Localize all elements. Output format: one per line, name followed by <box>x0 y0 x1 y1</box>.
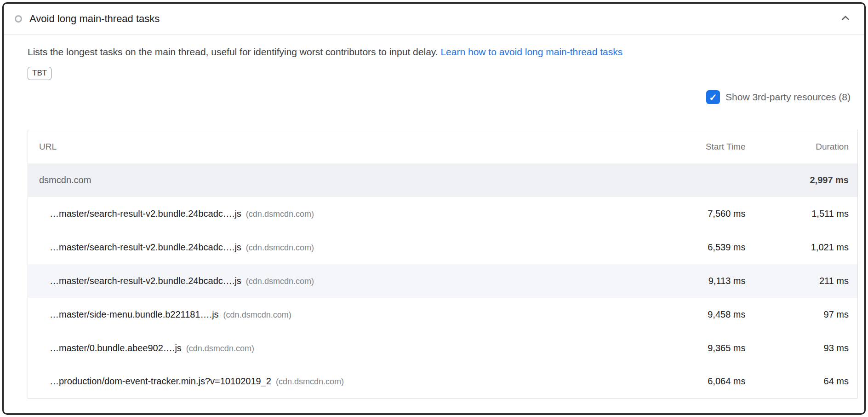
resource-origin: (cdn.dsmcdn.com) <box>246 209 314 219</box>
audit-title: Avoid long main-thread tasks <box>29 13 839 25</box>
resource-url-cell: …master/search-result-v2.bundle.24bcadc…… <box>28 231 635 264</box>
table-row: …master/search-result-v2.bundle.24bcadc…… <box>28 197 858 231</box>
host-start-cell <box>635 163 746 197</box>
host-group-row: dsmcdn.com 2,997 ms <box>28 163 858 197</box>
table-row: …master/side-menu.bundle.b221181….js(cdn… <box>28 298 858 331</box>
resource-origin: (cdn.dsmcdn.com) <box>276 377 344 386</box>
resource-url-link[interactable]: …master/search-result-v2.bundle.24bcadc…… <box>50 242 241 252</box>
chevron-up-icon[interactable] <box>839 12 851 26</box>
tbt-metric-chip: TBT <box>28 67 51 80</box>
description-text: Lists the longest tasks on the main thre… <box>28 46 438 57</box>
table-row: …master/0.bundle.abee902….js(cdn.dsmcdn.… <box>28 331 858 365</box>
table-row: …master/search-result-v2.bundle.24bcadc…… <box>28 264 858 298</box>
third-party-checkbox[interactable]: ✓ <box>706 90 720 104</box>
audit-body: Lists the longest tasks on the main thre… <box>4 35 864 410</box>
resource-url-cell: …production/dom-event-tracker.min.js?v=1… <box>28 365 635 399</box>
start-time-cell: 7,560 ms <box>635 197 746 231</box>
resource-url-cell: …master/search-result-v2.bundle.24bcadc…… <box>28 264 635 298</box>
duration-cell: 1,021 ms <box>746 231 858 264</box>
start-time-cell: 9,458 ms <box>635 298 746 331</box>
table-row: …master/search-result-v2.bundle.24bcadc…… <box>28 231 858 264</box>
resource-url-link[interactable]: …production/dom-event-tracker.min.js?v=1… <box>50 376 271 386</box>
duration-cell: 97 ms <box>746 298 858 331</box>
host-name: dsmcdn.com <box>28 163 635 197</box>
resource-origin: (cdn.dsmcdn.com) <box>223 310 291 319</box>
table-header-row: URL Start Time Duration <box>28 130 858 163</box>
long-tasks-table: URL Start Time Duration dsmcdn.com 2,997… <box>28 130 858 399</box>
third-party-filter-row: ✓ Show 3rd-party resources (8) <box>28 90 858 104</box>
resource-url-link[interactable]: …master/0.bundle.abee902….js <box>50 343 182 353</box>
duration-cell: 211 ms <box>746 264 858 298</box>
start-time-cell: 6,539 ms <box>635 231 746 264</box>
resource-url-cell: …master/0.bundle.abee902….js(cdn.dsmcdn.… <box>28 331 635 365</box>
resource-origin: (cdn.dsmcdn.com) <box>246 277 314 286</box>
start-time-cell: 9,365 ms <box>635 331 746 365</box>
resource-url-cell: …master/side-menu.bundle.b221181….js(cdn… <box>28 298 635 331</box>
start-time-cell: 9,113 ms <box>635 264 746 298</box>
checkbox-check-icon: ✓ <box>709 93 717 102</box>
audit-header[interactable]: Avoid long main-thread tasks <box>4 4 864 35</box>
table-row: …production/dom-event-tracker.min.js?v=1… <box>28 365 858 399</box>
audit-description: Lists the longest tasks on the main thre… <box>28 45 858 59</box>
third-party-filter-label[interactable]: Show 3rd-party resources (8) <box>725 92 851 103</box>
resource-url-link[interactable]: …master/search-result-v2.bundle.24bcadc…… <box>50 208 241 219</box>
duration-cell: 1,511 ms <box>746 197 858 231</box>
resource-url-link[interactable]: …master/side-menu.bundle.b221181….js <box>50 309 219 319</box>
host-duration-cell: 2,997 ms <box>746 163 858 197</box>
resource-origin: (cdn.dsmcdn.com) <box>186 344 254 353</box>
column-header-start-time: Start Time <box>635 130 746 163</box>
duration-cell: 64 ms <box>746 365 858 399</box>
informative-circle-icon <box>15 15 22 23</box>
start-time-cell: 6,064 ms <box>635 365 746 399</box>
duration-cell: 93 ms <box>746 331 858 365</box>
audit-card: Avoid long main-thread tasks Lists the l… <box>2 2 866 415</box>
column-header-duration: Duration <box>746 130 858 163</box>
learn-more-link[interactable]: Learn how to avoid long main-thread task… <box>440 46 622 57</box>
resource-url-cell: …master/search-result-v2.bundle.24bcadc…… <box>28 197 635 231</box>
column-header-url: URL <box>28 130 635 163</box>
resource-url-link[interactable]: …master/search-result-v2.bundle.24bcadc…… <box>50 276 241 286</box>
resource-origin: (cdn.dsmcdn.com) <box>246 243 314 252</box>
table-body: dsmcdn.com 2,997 ms …master/search-resul… <box>28 163 858 399</box>
